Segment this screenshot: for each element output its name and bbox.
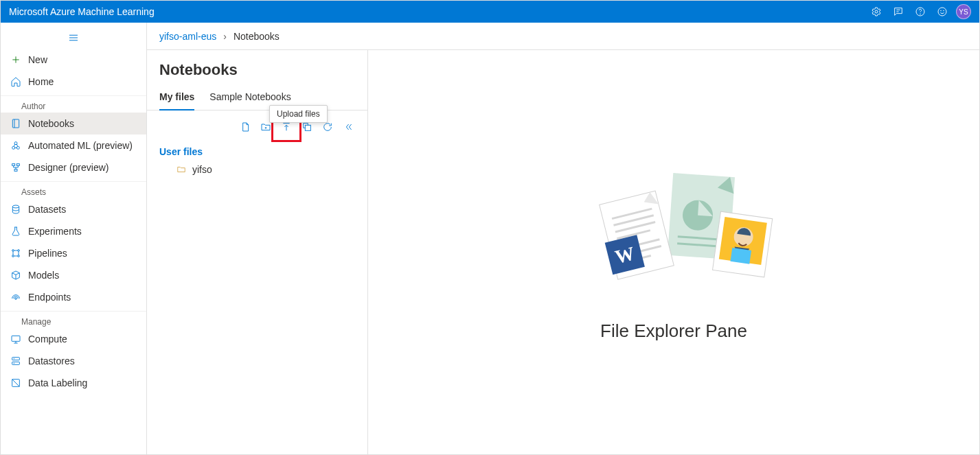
home-icon [10,76,21,87]
breadcrumb-workspace[interactable]: yifso-aml-eus [159,31,216,42]
nav-group-manage: Manage [1,311,146,328]
nav-designer[interactable]: Designer (preview) [1,156,146,178]
svg-point-2 [920,14,921,14]
file-tree: User files yifso [147,139,367,183]
nav-group-assets: Assets [1,181,146,198]
nav-label: Notebooks [28,118,74,129]
file-explorer-illustration: W [571,163,777,300]
feedback-list-icon[interactable] [887,1,909,23]
nav-label: Models [28,270,59,281]
nav-models[interactable]: Models [1,264,146,286]
app-title: Microsoft Azure Machine Learning [9,6,155,17]
nav-new[interactable]: New [1,49,146,71]
page-title: Notebooks [147,58,367,86]
compute-icon [10,334,21,345]
svg-point-16 [12,255,14,257]
svg-point-13 [12,205,19,208]
tab-my-files[interactable]: My files [159,86,194,110]
nav-label: Datastores [28,355,75,366]
svg-rect-20 [12,358,20,360]
left-nav: New Home Author Notebooks Automated ML (… [1,23,147,454]
flask-icon [10,226,21,237]
svg-point-23 [14,363,14,364]
nav-endpoints[interactable]: Endpoints [1,286,146,308]
user-avatar[interactable]: YS [956,4,971,19]
svg-point-22 [14,358,14,359]
nav-experiments[interactable]: Experiments [1,220,146,242]
nav-data-labeling[interactable]: Data Labeling [1,372,146,394]
svg-point-0 [875,10,878,13]
svg-rect-19 [12,336,20,341]
svg-point-17 [18,255,20,257]
file-toolbar: Upload files [147,110,367,139]
help-icon[interactable] [909,1,931,23]
svg-point-18 [15,298,17,300]
nav-label: Pipelines [28,248,67,259]
svg-rect-25 [305,125,310,130]
svg-point-3 [938,8,946,16]
empty-state: W File Explorer Pane [368,50,979,454]
svg-rect-21 [12,362,20,364]
svg-point-4 [941,10,942,11]
notebook-icon [10,118,21,129]
folder-icon [176,165,187,174]
settings-icon[interactable] [865,1,887,23]
nav-label: Experiments [28,226,82,237]
datasets-icon [10,204,21,215]
tree-root[interactable]: User files [159,143,355,160]
pipelines-icon [10,248,21,259]
svg-point-5 [944,10,944,11]
svg-rect-10 [12,164,15,166]
nav-compute[interactable]: Compute [1,328,146,350]
empty-caption: File Explorer Pane [600,320,747,342]
automl-icon [10,140,21,151]
nav-label: Compute [28,334,67,345]
nav-automated-ml[interactable]: Automated ML (preview) [1,135,146,156]
datastores-icon [10,355,21,366]
top-bar: Microsoft Azure Machine Learning YS [1,1,979,23]
svg-point-15 [18,250,20,252]
nav-datastores[interactable]: Datastores [1,350,146,372]
svg-rect-11 [16,164,19,166]
svg-rect-12 [14,170,17,172]
labeling-icon [10,377,21,388]
nav-pipelines[interactable]: Pipelines [1,242,146,264]
nav-home[interactable]: Home [1,71,146,93]
new-file-button[interactable] [236,117,255,137]
files-panel: Notebooks My files Sample Notebooks Uplo… [147,50,368,454]
smiley-icon[interactable] [931,1,953,23]
plus-icon [10,54,21,65]
cube-icon [10,270,21,281]
collapse-button[interactable] [339,117,358,137]
nav-toggle[interactable] [1,27,146,49]
tabs: My files Sample Notebooks [147,86,367,110]
tree-folder[interactable]: yifso [159,160,355,179]
nav-label: New [28,54,47,65]
svg-point-14 [12,250,14,252]
designer-icon [10,162,21,173]
svg-rect-44 [731,248,752,264]
nav-label: Home [28,76,54,87]
tree-folder-label: yifso [192,164,212,175]
nav-label: Automated ML (preview) [28,140,133,151]
breadcrumb-page: Notebooks [233,31,280,42]
nav-label: Endpoints [28,292,71,303]
endpoints-icon [10,292,21,303]
nav-group-author: Author [1,95,146,113]
nav-datasets[interactable]: Datasets [1,198,146,220]
nav-label: Designer (preview) [28,162,109,173]
nav-label: Data Labeling [28,377,87,388]
breadcrumb: yifso-aml-eus › Notebooks [147,23,979,50]
upload-tooltip: Upload files [269,105,328,123]
chevron-right-icon: › [223,31,227,42]
svg-rect-6 [12,119,19,128]
nav-label: Datasets [28,204,66,215]
nav-notebooks[interactable]: Notebooks [1,113,146,135]
